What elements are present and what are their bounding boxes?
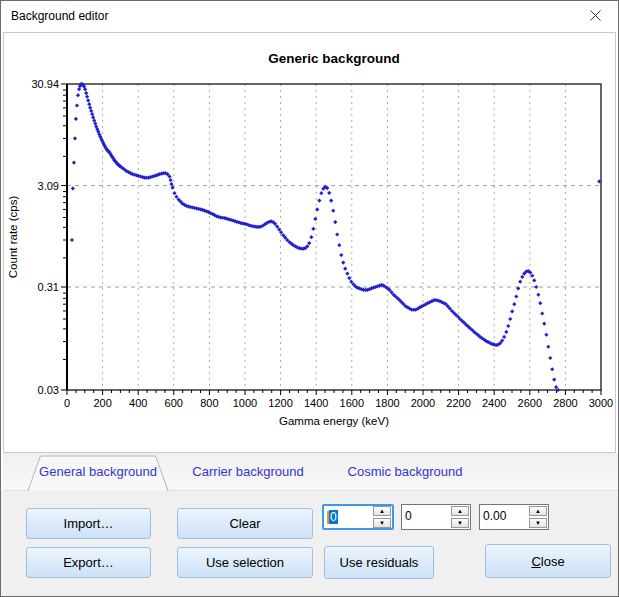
tab-label: General background [39, 464, 157, 479]
svg-text:800: 800 [200, 397, 218, 409]
svg-text:30.94: 30.94 [31, 78, 59, 90]
chart: 0200400600800100012001400160018002000220… [4, 33, 615, 450]
spinner-down-icon: ▼ [379, 520, 385, 526]
tab-label: Carrier background [192, 464, 303, 479]
background-editor-window: Background editor 0200400600800100012001… [0, 0, 619, 597]
svg-text:400: 400 [129, 397, 147, 409]
spinner-2-value: 0 [402, 505, 451, 529]
svg-text:1000: 1000 [233, 397, 257, 409]
svg-text:0.31: 0.31 [38, 281, 59, 293]
spinner-down-icon: ▼ [457, 520, 463, 526]
close-button[interactable] [573, 2, 617, 30]
chart-svg: 0200400600800100012001400160018002000220… [4, 33, 615, 450]
svg-text:1800: 1800 [375, 397, 399, 409]
clear-button[interactable]: Clear [177, 508, 313, 539]
tab-label: Cosmic background [348, 464, 463, 479]
button-panel: Import… Export… Clear Use selection Use … [1, 491, 619, 597]
svg-text:1600: 1600 [340, 397, 364, 409]
svg-text:2800: 2800 [553, 397, 577, 409]
spinner-up-button[interactable]: ▲ [373, 506, 391, 516]
spinner-up-icon: ▲ [457, 508, 463, 514]
spinner-up-button[interactable]: ▲ [451, 506, 469, 516]
svg-text:2400: 2400 [482, 397, 506, 409]
svg-text:600: 600 [165, 397, 183, 409]
spinner-1-value: 0 [324, 506, 373, 528]
chart-plot[interactable]: 0200400600800100012001400160018002000220… [3, 32, 616, 453]
spinner-field-1[interactable]: 0 ▲ ▼ [322, 504, 394, 530]
spinner-field-2[interactable]: 0 ▲ ▼ [401, 504, 471, 530]
close-icon [590, 7, 601, 25]
spinner-down-button[interactable]: ▼ [373, 518, 391, 528]
close-dialog-button[interactable]: Close [485, 544, 611, 578]
spinner-down-button[interactable]: ▼ [529, 518, 547, 528]
import-button[interactable]: Import… [26, 508, 151, 539]
spinner-2-arrows: ▲ ▼ [451, 505, 470, 529]
svg-text:200: 200 [93, 397, 111, 409]
svg-text:0: 0 [64, 397, 70, 409]
export-button[interactable]: Export… [26, 547, 151, 578]
svg-text:3000: 3000 [589, 397, 613, 409]
svg-text:Gamma energy (keV): Gamma energy (keV) [279, 415, 389, 427]
spinner-3-value: 0.00 [480, 505, 529, 529]
svg-text:Count rate (cps): Count rate (cps) [7, 196, 19, 279]
tab-general-background[interactable]: General background [27, 453, 169, 490]
svg-text:2600: 2600 [518, 397, 542, 409]
svg-text:1200: 1200 [268, 397, 292, 409]
tab-cosmic-background[interactable]: Cosmic background [339, 453, 471, 490]
svg-text:3.09: 3.09 [38, 180, 59, 192]
use-selection-button[interactable]: Use selection [177, 547, 313, 578]
spinner-down-button[interactable]: ▼ [451, 518, 469, 528]
spinner-down-icon: ▼ [535, 520, 541, 526]
spinner-up-icon: ▲ [535, 508, 541, 514]
svg-text:1400: 1400 [304, 397, 328, 409]
svg-text:0.03: 0.03 [38, 384, 59, 396]
spinner-up-icon: ▲ [379, 508, 385, 514]
svg-text:Generic background: Generic background [268, 51, 399, 66]
svg-text:2000: 2000 [411, 397, 435, 409]
spinner-field-3[interactable]: 0.00 ▲ ▼ [479, 504, 549, 530]
spinner-1-arrows: ▲ ▼ [373, 506, 392, 528]
svg-text:2200: 2200 [446, 397, 470, 409]
tab-strip: General background Carrier background Co… [3, 453, 618, 491]
spinner-3-arrows: ▲ ▼ [529, 505, 548, 529]
use-residuals-button[interactable]: Use residuals [324, 546, 434, 579]
title-bar[interactable]: Background editor [1, 1, 618, 32]
spinner-up-button[interactable]: ▲ [529, 506, 547, 516]
window-title: Background editor [11, 9, 108, 23]
tab-carrier-background[interactable]: Carrier background [179, 453, 317, 490]
